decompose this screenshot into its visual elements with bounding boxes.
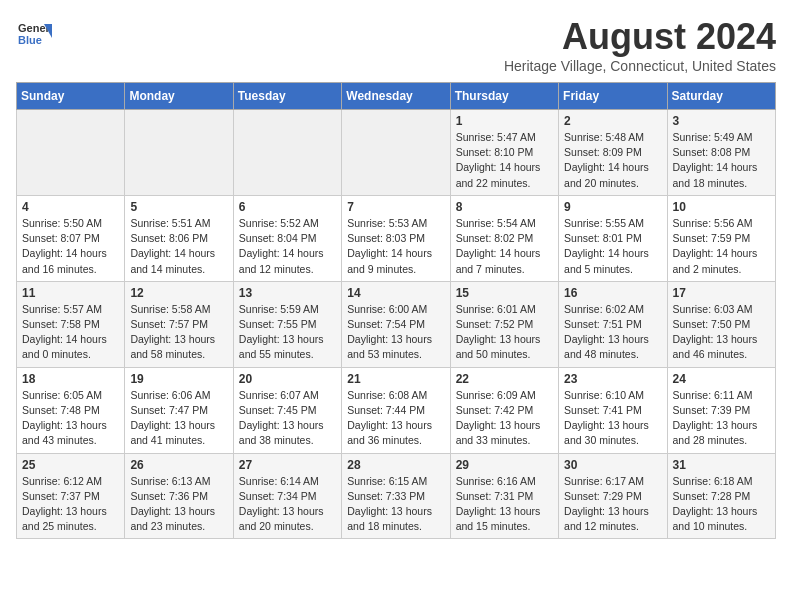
day-number: 23 bbox=[564, 372, 661, 386]
day-number: 8 bbox=[456, 200, 553, 214]
day-number: 20 bbox=[239, 372, 336, 386]
logo-icon: General Blue bbox=[16, 16, 52, 52]
day-number: 26 bbox=[130, 458, 227, 472]
day-info: Sunrise: 5:52 AM Sunset: 8:04 PM Dayligh… bbox=[239, 216, 336, 277]
calendar-table: SundayMondayTuesdayWednesdayThursdayFrid… bbox=[16, 82, 776, 539]
day-number: 14 bbox=[347, 286, 444, 300]
day-number: 30 bbox=[564, 458, 661, 472]
table-row: 2Sunrise: 5:48 AM Sunset: 8:09 PM Daylig… bbox=[559, 110, 667, 196]
day-info: Sunrise: 6:15 AM Sunset: 7:33 PM Dayligh… bbox=[347, 474, 444, 535]
day-number: 19 bbox=[130, 372, 227, 386]
table-row: 29Sunrise: 6:16 AM Sunset: 7:31 PM Dayli… bbox=[450, 453, 558, 539]
day-info: Sunrise: 5:58 AM Sunset: 7:57 PM Dayligh… bbox=[130, 302, 227, 363]
day-info: Sunrise: 5:47 AM Sunset: 8:10 PM Dayligh… bbox=[456, 130, 553, 191]
day-number: 3 bbox=[673, 114, 770, 128]
table-row: 26Sunrise: 6:13 AM Sunset: 7:36 PM Dayli… bbox=[125, 453, 233, 539]
day-number: 25 bbox=[22, 458, 119, 472]
table-row: 1Sunrise: 5:47 AM Sunset: 8:10 PM Daylig… bbox=[450, 110, 558, 196]
table-row: 31Sunrise: 6:18 AM Sunset: 7:28 PM Dayli… bbox=[667, 453, 775, 539]
table-row: 15Sunrise: 6:01 AM Sunset: 7:52 PM Dayli… bbox=[450, 281, 558, 367]
table-row: 18Sunrise: 6:05 AM Sunset: 7:48 PM Dayli… bbox=[17, 367, 125, 453]
day-number: 13 bbox=[239, 286, 336, 300]
day-info: Sunrise: 6:11 AM Sunset: 7:39 PM Dayligh… bbox=[673, 388, 770, 449]
col-header-thursday: Thursday bbox=[450, 83, 558, 110]
table-row bbox=[17, 110, 125, 196]
table-row: 6Sunrise: 5:52 AM Sunset: 8:04 PM Daylig… bbox=[233, 195, 341, 281]
col-header-friday: Friday bbox=[559, 83, 667, 110]
col-header-sunday: Sunday bbox=[17, 83, 125, 110]
calendar-header: General Blue August 2024 Heritage Villag… bbox=[16, 16, 776, 74]
table-row: 5Sunrise: 5:51 AM Sunset: 8:06 PM Daylig… bbox=[125, 195, 233, 281]
day-number: 10 bbox=[673, 200, 770, 214]
day-number: 28 bbox=[347, 458, 444, 472]
day-info: Sunrise: 5:53 AM Sunset: 8:03 PM Dayligh… bbox=[347, 216, 444, 277]
table-row: 28Sunrise: 6:15 AM Sunset: 7:33 PM Dayli… bbox=[342, 453, 450, 539]
table-row: 27Sunrise: 6:14 AM Sunset: 7:34 PM Dayli… bbox=[233, 453, 341, 539]
table-row: 21Sunrise: 6:08 AM Sunset: 7:44 PM Dayli… bbox=[342, 367, 450, 453]
title-section: August 2024 Heritage Village, Connecticu… bbox=[504, 16, 776, 74]
col-header-wednesday: Wednesday bbox=[342, 83, 450, 110]
day-info: Sunrise: 6:12 AM Sunset: 7:37 PM Dayligh… bbox=[22, 474, 119, 535]
day-info: Sunrise: 5:51 AM Sunset: 8:06 PM Dayligh… bbox=[130, 216, 227, 277]
day-info: Sunrise: 6:02 AM Sunset: 7:51 PM Dayligh… bbox=[564, 302, 661, 363]
day-number: 2 bbox=[564, 114, 661, 128]
day-info: Sunrise: 6:07 AM Sunset: 7:45 PM Dayligh… bbox=[239, 388, 336, 449]
table-row: 11Sunrise: 5:57 AM Sunset: 7:58 PM Dayli… bbox=[17, 281, 125, 367]
day-number: 27 bbox=[239, 458, 336, 472]
table-row: 30Sunrise: 6:17 AM Sunset: 7:29 PM Dayli… bbox=[559, 453, 667, 539]
day-number: 12 bbox=[130, 286, 227, 300]
day-info: Sunrise: 5:54 AM Sunset: 8:02 PM Dayligh… bbox=[456, 216, 553, 277]
table-row: 23Sunrise: 6:10 AM Sunset: 7:41 PM Dayli… bbox=[559, 367, 667, 453]
day-number: 24 bbox=[673, 372, 770, 386]
day-number: 7 bbox=[347, 200, 444, 214]
day-info: Sunrise: 6:08 AM Sunset: 7:44 PM Dayligh… bbox=[347, 388, 444, 449]
table-row bbox=[342, 110, 450, 196]
table-row: 14Sunrise: 6:00 AM Sunset: 7:54 PM Dayli… bbox=[342, 281, 450, 367]
day-info: Sunrise: 6:00 AM Sunset: 7:54 PM Dayligh… bbox=[347, 302, 444, 363]
day-number: 18 bbox=[22, 372, 119, 386]
day-info: Sunrise: 6:10 AM Sunset: 7:41 PM Dayligh… bbox=[564, 388, 661, 449]
col-header-saturday: Saturday bbox=[667, 83, 775, 110]
svg-text:Blue: Blue bbox=[18, 34, 42, 46]
day-info: Sunrise: 5:57 AM Sunset: 7:58 PM Dayligh… bbox=[22, 302, 119, 363]
day-number: 15 bbox=[456, 286, 553, 300]
table-row: 16Sunrise: 6:02 AM Sunset: 7:51 PM Dayli… bbox=[559, 281, 667, 367]
table-row: 12Sunrise: 5:58 AM Sunset: 7:57 PM Dayli… bbox=[125, 281, 233, 367]
day-info: Sunrise: 5:56 AM Sunset: 7:59 PM Dayligh… bbox=[673, 216, 770, 277]
col-header-tuesday: Tuesday bbox=[233, 83, 341, 110]
day-info: Sunrise: 6:18 AM Sunset: 7:28 PM Dayligh… bbox=[673, 474, 770, 535]
day-number: 17 bbox=[673, 286, 770, 300]
table-row bbox=[233, 110, 341, 196]
table-row: 4Sunrise: 5:50 AM Sunset: 8:07 PM Daylig… bbox=[17, 195, 125, 281]
table-row: 22Sunrise: 6:09 AM Sunset: 7:42 PM Dayli… bbox=[450, 367, 558, 453]
day-info: Sunrise: 6:03 AM Sunset: 7:50 PM Dayligh… bbox=[673, 302, 770, 363]
day-number: 5 bbox=[130, 200, 227, 214]
day-number: 4 bbox=[22, 200, 119, 214]
logo: General Blue bbox=[16, 16, 52, 52]
table-row: 8Sunrise: 5:54 AM Sunset: 8:02 PM Daylig… bbox=[450, 195, 558, 281]
col-header-monday: Monday bbox=[125, 83, 233, 110]
day-number: 21 bbox=[347, 372, 444, 386]
day-info: Sunrise: 6:17 AM Sunset: 7:29 PM Dayligh… bbox=[564, 474, 661, 535]
calendar-subtitle: Heritage Village, Connecticut, United St… bbox=[504, 58, 776, 74]
day-info: Sunrise: 6:13 AM Sunset: 7:36 PM Dayligh… bbox=[130, 474, 227, 535]
day-number: 6 bbox=[239, 200, 336, 214]
day-info: Sunrise: 5:48 AM Sunset: 8:09 PM Dayligh… bbox=[564, 130, 661, 191]
day-info: Sunrise: 5:55 AM Sunset: 8:01 PM Dayligh… bbox=[564, 216, 661, 277]
table-row: 3Sunrise: 5:49 AM Sunset: 8:08 PM Daylig… bbox=[667, 110, 775, 196]
day-info: Sunrise: 5:49 AM Sunset: 8:08 PM Dayligh… bbox=[673, 130, 770, 191]
table-row: 17Sunrise: 6:03 AM Sunset: 7:50 PM Dayli… bbox=[667, 281, 775, 367]
table-row bbox=[125, 110, 233, 196]
day-number: 11 bbox=[22, 286, 119, 300]
day-info: Sunrise: 6:09 AM Sunset: 7:42 PM Dayligh… bbox=[456, 388, 553, 449]
table-row: 9Sunrise: 5:55 AM Sunset: 8:01 PM Daylig… bbox=[559, 195, 667, 281]
day-number: 31 bbox=[673, 458, 770, 472]
day-info: Sunrise: 5:59 AM Sunset: 7:55 PM Dayligh… bbox=[239, 302, 336, 363]
day-number: 1 bbox=[456, 114, 553, 128]
calendar-title: August 2024 bbox=[504, 16, 776, 58]
day-info: Sunrise: 6:06 AM Sunset: 7:47 PM Dayligh… bbox=[130, 388, 227, 449]
day-info: Sunrise: 6:01 AM Sunset: 7:52 PM Dayligh… bbox=[456, 302, 553, 363]
day-number: 9 bbox=[564, 200, 661, 214]
table-row: 10Sunrise: 5:56 AM Sunset: 7:59 PM Dayli… bbox=[667, 195, 775, 281]
day-number: 22 bbox=[456, 372, 553, 386]
